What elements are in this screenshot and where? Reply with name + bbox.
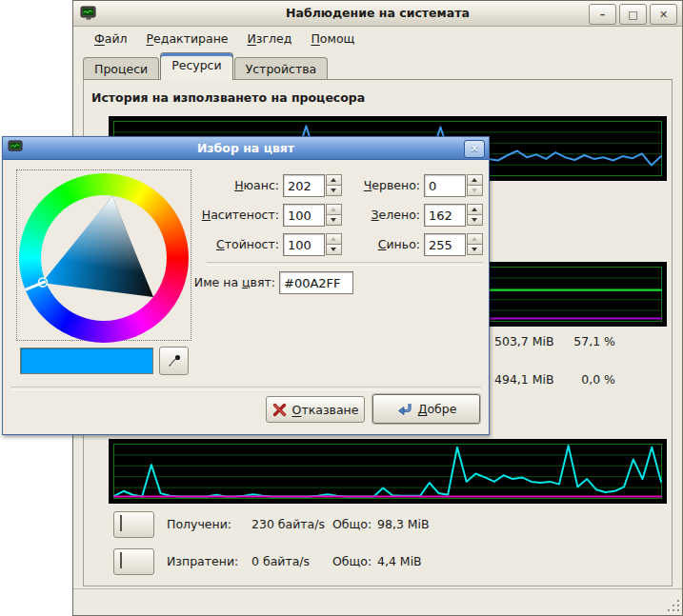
received-total-label: Общо: [332, 517, 372, 531]
menu-edit[interactable]: Редактиране [137, 29, 238, 49]
memory-percent: 57,1 % [541, 334, 615, 348]
value-label: Стойност: [174, 233, 279, 256]
swap-percent: 0,0 % [541, 372, 615, 387]
tabbar: Процеси Ресурси Устройства [73, 51, 682, 80]
red-label: Червено: [317, 174, 420, 197]
blue-label: Синьо: [317, 233, 420, 256]
red-input[interactable] [424, 174, 466, 197]
dialog-titlebar[interactable]: Избор на цвят ✕ [3, 137, 489, 160]
eyedropper-button[interactable] [159, 347, 189, 375]
fields-separator [207, 262, 483, 266]
blue-input[interactable] [424, 233, 466, 256]
sent-rate: 0 байта/s [251, 554, 310, 568]
green-spinner [467, 204, 483, 227]
received-color-button[interactable] [113, 511, 154, 538]
hue-marker[interactable] [26, 282, 46, 290]
ok-button[interactable]: Добре [372, 394, 480, 424]
hsv-wheel-box [16, 169, 191, 341]
dialog-close-button[interactable]: ✕ [464, 140, 485, 158]
network-history-chart [109, 439, 667, 504]
sent-color-swatch [120, 552, 122, 568]
network-received-row: Получени: 230 байта/s Общо: 98,3 MiB [113, 511, 609, 540]
dialog-title: Избор на цвят [3, 141, 489, 155]
color-name-input[interactable] [279, 271, 353, 294]
action-separator [10, 387, 481, 390]
close-button[interactable]: ✕ [650, 4, 677, 25]
received-rate: 230 байта/s [251, 517, 325, 531]
maximize-button[interactable]: □ [619, 4, 647, 25]
blue-spinner [467, 233, 483, 256]
sent-total-label: Общо: [332, 554, 372, 568]
cancel-button[interactable]: Отказване [266, 396, 365, 423]
cancel-x-icon [272, 403, 287, 417]
network-sent-row: Изпратени: 0 байта/s Общо: 4,4 MiB [113, 548, 609, 577]
current-color-swatch [20, 348, 153, 374]
statusbar [73, 588, 682, 615]
main-titlebar[interactable]: Наблюдение на системата – □ ✕ [73, 1, 682, 27]
menubar: Файл Редактиране Изглед Помощ [73, 27, 682, 50]
cancel-button-label: Отказване [292, 403, 359, 417]
minimize-button[interactable]: – [589, 4, 616, 25]
received-label: Получени: [167, 517, 231, 531]
saturation-label: Наситеност: [174, 204, 279, 227]
menu-file[interactable]: Файл [85, 29, 137, 49]
blue-down-button[interactable] [467, 244, 483, 255]
sent-total: 4,4 MiB [377, 554, 422, 568]
hue-label: Нюанс: [174, 174, 279, 197]
ok-enter-icon [396, 402, 412, 416]
cpu-section-header: История на използването на процесора [91, 90, 365, 105]
green-input[interactable] [424, 204, 466, 227]
color-name-label: Име на цвят: [155, 271, 275, 294]
received-color-swatch [120, 515, 122, 531]
red-spinner [467, 174, 483, 197]
menu-view[interactable]: Изглед [238, 29, 302, 49]
resize-grip[interactable] [667, 600, 679, 612]
green-down-button[interactable] [467, 214, 483, 226]
color-picker-dialog: Избор на цвят ✕ Нюанс: Наси [2, 136, 490, 435]
sent-color-button[interactable] [113, 548, 154, 575]
sv-triangle[interactable] [17, 170, 192, 342]
tab-devices[interactable]: Устройства [234, 57, 329, 80]
received-total: 98,3 MiB [377, 517, 430, 531]
ok-button-label: Добре [418, 402, 457, 416]
tab-resources[interactable]: Ресурси [160, 52, 232, 80]
green-label: Зелено: [317, 204, 420, 227]
eyedropper-icon [167, 353, 182, 368]
tab-processes[interactable]: Процеси [83, 57, 159, 80]
red-down-button[interactable] [467, 185, 483, 196]
window-controls: – □ ✕ [589, 4, 677, 25]
sent-label: Изпратени: [167, 554, 238, 568]
menu-help[interactable]: Помощ [301, 29, 364, 49]
